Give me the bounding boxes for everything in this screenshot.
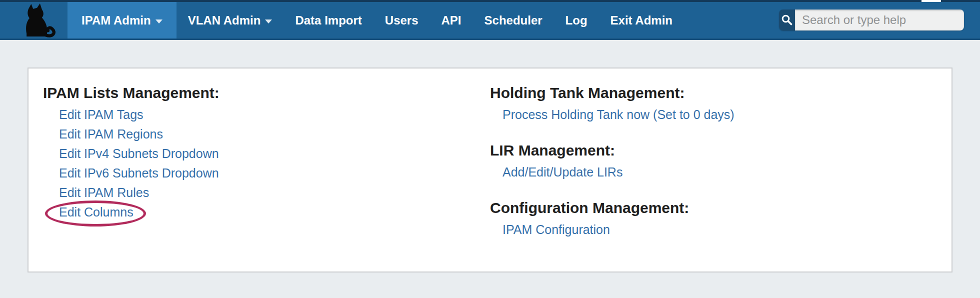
nav-item-data-import[interactable]: Data Import — [284, 2, 373, 38]
ipam-lists-links: Edit IPAM Tags Edit IPAM Regions Edit IP… — [43, 105, 490, 222]
chevron-down-icon — [265, 20, 272, 24]
nav-item-label: Scheduler — [484, 14, 542, 28]
top-navbar: IPAM Admin VLAN Admin Data Import Users … — [0, 0, 980, 40]
search-input[interactable] — [795, 10, 964, 30]
nav-item-label: API — [442, 14, 462, 28]
ipam-configuration-link[interactable]: IPAM Configuration — [502, 222, 610, 236]
edit-ipam-regions-link[interactable]: Edit IPAM Regions — [59, 127, 163, 141]
holding-tank-management-section: Holding Tank Management: Process Holding… — [490, 84, 952, 124]
list-item: Edit IPv4 Subnets Dropdown — [43, 144, 490, 164]
edit-ipv6-subnets-dropdown-link[interactable]: Edit IPv6 Subnets Dropdown — [59, 166, 219, 180]
section-heading-lir: LIR Management: — [490, 142, 952, 160]
chevron-down-icon — [156, 20, 162, 24]
edit-ipam-tags-link[interactable]: Edit IPAM Tags — [59, 108, 144, 122]
list-item: IPAM Configuration — [490, 220, 952, 240]
list-item: Edit IPv6 Subnets Dropdown — [43, 164, 490, 183]
search-icon — [781, 14, 793, 26]
list-item: Edit Columns — [43, 202, 490, 222]
right-management-sections: Holding Tank Management: Process Holding… — [490, 84, 952, 240]
process-holding-tank-link[interactable]: Process Holding Tank now (Set to 0 days) — [502, 108, 734, 122]
section-heading-holding-tank: Holding Tank Management: — [490, 84, 952, 102]
section-heading-ipam-lists: IPAM Lists Management: — [43, 84, 490, 102]
edit-columns-link[interactable]: Edit Columns — [59, 205, 134, 219]
nav-item-vlan-admin[interactable]: VLAN Admin — [176, 2, 284, 38]
section-heading-configuration: Configuration Management: — [490, 199, 952, 217]
ipam-lists-management-section: IPAM Lists Management: Edit IPAM Tags Ed… — [43, 84, 490, 240]
nav-item-label: IPAM Admin — [82, 14, 151, 28]
nav-item-exit-admin[interactable]: Exit Admin — [599, 2, 684, 38]
search-bar — [779, 10, 964, 30]
nav-item-log[interactable]: Log — [554, 2, 599, 38]
browser-edge-artifact — [922, 0, 941, 2]
lir-management-section: LIR Management: Add/Edit/Update LIRs — [490, 142, 952, 182]
main-menu: IPAM Admin VLAN Admin Data Import Users … — [68, 2, 684, 38]
black-cat-logo[interactable] — [18, 4, 58, 38]
list-item: Add/Edit/Update LIRs — [490, 162, 952, 182]
list-item: Edit IPAM Rules — [43, 183, 490, 202]
nav-item-users[interactable]: Users — [374, 2, 430, 38]
list-item: Edit IPAM Regions — [43, 124, 490, 144]
add-edit-update-lirs-link[interactable]: Add/Edit/Update LIRs — [502, 165, 622, 179]
nav-item-label: VLAN Admin — [188, 14, 261, 28]
nav-item-label: Data Import — [295, 14, 362, 28]
edit-ipv4-subnets-dropdown-link[interactable]: Edit IPv4 Subnets Dropdown — [59, 146, 219, 160]
nav-item-api[interactable]: API — [430, 2, 473, 38]
nav-item-label: Users — [385, 14, 418, 28]
nav-item-ipam-admin[interactable]: IPAM Admin — [68, 2, 176, 38]
nav-item-label: Log — [566, 14, 588, 28]
nav-item-scheduler[interactable]: Scheduler — [473, 2, 554, 38]
cat-icon — [18, 4, 58, 38]
list-item: Edit IPAM Tags — [43, 105, 490, 124]
configuration-management-section: Configuration Management: IPAM Configura… — [490, 199, 952, 240]
admin-panel: IPAM Lists Management: Edit IPAM Tags Ed… — [28, 68, 952, 272]
nav-item-label: Exit Admin — [610, 14, 672, 28]
edit-ipam-rules-link[interactable]: Edit IPAM Rules — [59, 186, 149, 200]
search-button[interactable] — [779, 10, 795, 30]
list-item: Process Holding Tank now (Set to 0 days) — [490, 105, 952, 124]
